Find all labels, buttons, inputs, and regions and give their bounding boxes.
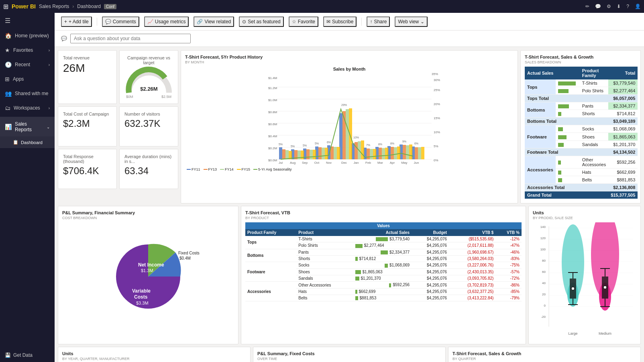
- card-title-visitors: Number of visitors: [124, 112, 173, 116]
- svg-rect-51: [322, 148, 325, 159]
- card-value-duration: 63.34: [124, 165, 173, 177]
- svg-text:20%: 20%: [434, 102, 440, 106]
- sidebar-item-workspaces[interactable]: 🗂 Workspaces ›: [0, 101, 55, 115]
- help-icon[interactable]: ?: [626, 4, 629, 9]
- line-chart-svg: $0.0M $0.2M $0.4M $0.6M $0.8M $1.0M $1.2…: [185, 73, 514, 165]
- windows-icon[interactable]: ⊞: [3, 3, 8, 10]
- table-row: Footware Socks $1,068,069 $4,295,076 (3,…: [245, 262, 522, 268]
- svg-text:-20: -20: [541, 315, 546, 319]
- svg-point-128: [571, 287, 575, 290]
- download-icon[interactable]: ⬇: [617, 4, 621, 9]
- web-view-label: Web view: [398, 19, 419, 24]
- favorite-label: Favorite: [298, 19, 315, 24]
- workspaces-icon: 🗂: [5, 105, 10, 111]
- vtb-col-vtb-dollar: VTB $: [449, 229, 495, 236]
- violin-subtitle: BY PRODID, SALE SIZE: [533, 216, 636, 220]
- subscribe-button[interactable]: ✉ Subscribe: [323, 16, 357, 27]
- svg-text:Aug: Aug: [290, 161, 296, 165]
- vtb-table: Values Product Family Product Actual Sal…: [245, 222, 522, 302]
- svg-text:6%: 6%: [327, 141, 331, 144]
- violin-title: Units: [533, 210, 636, 215]
- svg-text:5%: 5%: [291, 145, 295, 148]
- svg-text:20: 20: [542, 293, 546, 296]
- vtb-card: T-Shirt Forecast, VTB BY PRODUCT Values …: [241, 206, 526, 344]
- bottom-card-fixed-subtitle: OVER TIME: [257, 357, 441, 361]
- featured-icon: ⊙: [242, 19, 246, 24]
- table-row: Tops T-Shirts $3,779,540 $4,295,076 ($51…: [245, 236, 522, 242]
- share-button[interactable]: ↑ Share: [367, 16, 390, 27]
- profile-icon[interactable]: 👤: [635, 4, 641, 9]
- bottom-card-sales-growth-title: T-Shirt Forecast, Sales & Growth: [452, 351, 636, 356]
- chevron-workspaces: ›: [49, 106, 50, 110]
- conf-tag: Conf: [104, 4, 116, 9]
- usage-metrics-button[interactable]: 📈 Usage metrics: [144, 16, 189, 27]
- breadcrumb-dashboard: Dashboard: [77, 4, 101, 9]
- svg-text:$2.26M: $2.26M: [140, 86, 157, 92]
- svg-text:Jul: Jul: [279, 161, 283, 165]
- legend-fy14: FY14: [225, 167, 234, 171]
- chat-icon[interactable]: 💬: [595, 4, 601, 9]
- sales-table-subtitle: SALES BREAKDOWN: [525, 60, 636, 64]
- card-title-campaign: Campaign revenue vs target: [124, 55, 173, 65]
- svg-text:60: 60: [542, 270, 546, 274]
- card-value-visitors: 632.37K: [124, 118, 173, 129]
- view-related-icon: 🔗: [197, 19, 203, 24]
- svg-rect-46: [403, 145, 406, 159]
- svg-rect-45: [391, 147, 394, 159]
- card-title-response: Total Response (thousand): [63, 154, 112, 164]
- shared-icon: 👥: [5, 90, 12, 97]
- svg-rect-58: [406, 145, 409, 159]
- svg-rect-69: [397, 146, 400, 159]
- web-view-button[interactable]: Web view ⌄: [395, 16, 428, 27]
- bottom-card-sales-growth: T-Shirt Forecast, Sales & Growth BY QUAR…: [448, 347, 641, 362]
- pie-chart-svg: Net Income $1.3M Fixed Costs $0.4M Varia…: [96, 222, 200, 331]
- pencil-icon[interactable]: ✏: [585, 4, 589, 9]
- svg-rect-52: [334, 147, 337, 159]
- view-related-button[interactable]: 🔗 View related: [194, 16, 234, 27]
- star-icon: ☆: [292, 19, 296, 24]
- svg-rect-64: [337, 147, 340, 159]
- svg-text:0%: 0%: [434, 159, 438, 162]
- comments-button[interactable]: 💬 Comments: [102, 16, 139, 27]
- set-featured-button[interactable]: ⊙ Set as featured: [239, 16, 283, 27]
- bottom-card-fixed-title: P&L Summary, Fixed Costs: [257, 351, 441, 356]
- sidebar-item-shared[interactable]: 👥 Shared with me: [0, 86, 55, 101]
- line-chart-subtitle: BY MONTH: [185, 60, 514, 64]
- sidebar-item-favorites[interactable]: ★ Favorites ›: [0, 43, 55, 57]
- svg-text:$1.0M: $1.0M: [268, 98, 277, 102]
- svg-text:9%: 9%: [402, 140, 406, 143]
- table-row: Bottoms Pants $2,334,377 $4,295,076 (1,9…: [245, 249, 522, 255]
- sidebar-item-apps[interactable]: ⊞ Apps: [0, 72, 55, 86]
- add-tile-button[interactable]: + + Add tile: [61, 16, 92, 27]
- svg-text:5%: 5%: [434, 144, 438, 148]
- sidebar-item-home[interactable]: 🏠 Home (preview): [0, 28, 55, 43]
- card-response: Total Response (thousand) $706.4K: [58, 149, 117, 189]
- favorites-icon: ★: [5, 47, 10, 53]
- settings-icon[interactable]: ⚙: [607, 4, 611, 9]
- svg-text:10%: 10%: [353, 136, 359, 139]
- sidebar-get-data[interactable]: 💾 Get Data: [0, 348, 55, 362]
- svg-text:$1.2M: $1.2M: [268, 86, 277, 90]
- sidebar-sub-dashboard[interactable]: 📋 Dashboard: [0, 136, 55, 148]
- ask-input[interactable]: [70, 34, 191, 43]
- gauge-max: $2.5M: [161, 95, 171, 99]
- svg-rect-59: [418, 147, 421, 159]
- breadcrumb-reports: Sales Reports: [39, 4, 69, 9]
- sales-table-card: T-Shirt Forecast, Sales & Growth SALES B…: [520, 50, 641, 203]
- hamburger-menu[interactable]: ☰: [0, 13, 55, 28]
- violin-card: Units BY PRODID, SALE SIZE 140 120 100 8…: [528, 206, 641, 344]
- sidebar-label-recent: Recent: [15, 62, 30, 67]
- sidebar-item-recent[interactable]: 🕐 Recent ›: [0, 57, 55, 72]
- pnl-title: P&L Summary, Financial Summary: [62, 210, 234, 215]
- svg-text:$1.3M: $1.3M: [141, 268, 153, 273]
- svg-rect-42: [355, 142, 358, 159]
- vtb-subtitle: BY PRODUCT: [245, 216, 522, 220]
- svg-text:29%: 29%: [341, 104, 347, 106]
- favorite-button[interactable]: ☆ Favorite: [289, 16, 318, 27]
- sidebar-item-sales-reports[interactable]: 📊 Sales Reports ⌄: [0, 117, 55, 136]
- vtb-col-product: Product: [296, 229, 353, 236]
- legend-fy11: FY11: [192, 167, 200, 171]
- card-visitors: Number of visitors 632.37K: [119, 106, 178, 146]
- svg-rect-62: [313, 150, 316, 159]
- svg-rect-38: [306, 149, 310, 159]
